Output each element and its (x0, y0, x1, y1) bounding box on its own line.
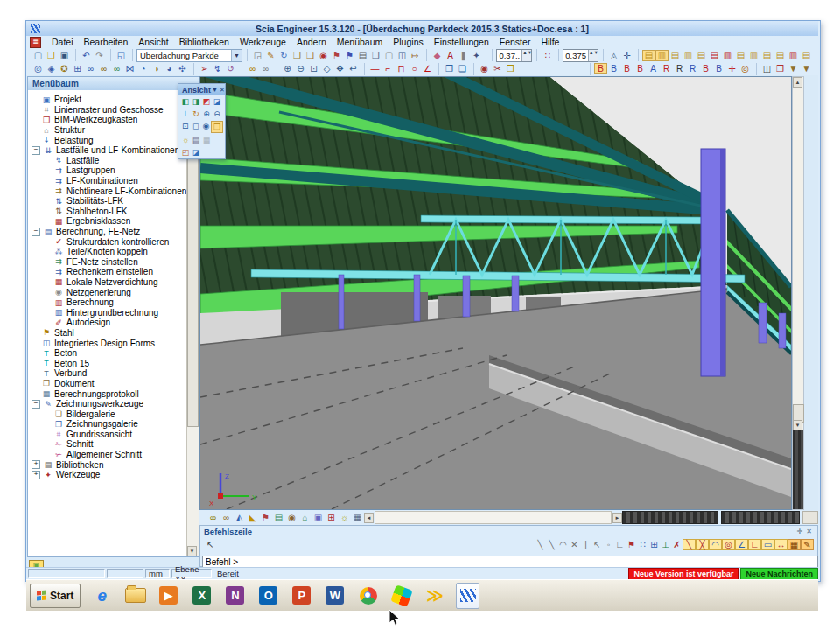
view-window-4-icon[interactable]: ▥ (682, 50, 695, 61)
cursor-flag-icon[interactable]: ⚑ (626, 539, 637, 550)
snap-arc-icon[interactable]: ◠ (557, 539, 569, 550)
tree-scrollbar-thumb[interactable] (187, 115, 199, 427)
angle-tool-icon[interactable]: ◬ (607, 50, 620, 61)
tree-item-autodesign[interactable]: ✐Autodesign (28, 318, 199, 328)
view-window-12-icon[interactable]: ▥ (787, 50, 800, 61)
tree-item-projekt[interactable]: ▣Projekt (28, 94, 199, 105)
collapse-icon[interactable]: − (32, 228, 40, 236)
check-plus-icon[interactable]: ✛ (725, 63, 738, 74)
undo-icon[interactable]: ↶ (80, 50, 93, 61)
tree-item-stabilitäts-lfk[interactable]: ⇅Stabilitäts-LFK (28, 196, 199, 206)
draw-angle-icon[interactable]: ∠ (421, 63, 434, 74)
tree-item-grundrissansicht[interactable]: ⌗Grundrissansicht (28, 430, 199, 440)
status-plane[interactable]: Ebene XY (172, 569, 212, 578)
taskbar-powerpoint[interactable]: P (290, 584, 313, 607)
zoom-out-icon[interactable]: ⊖ (294, 63, 307, 74)
tree-item-rechenkern-einstellen[interactable]: ⇉Rechenkern einstellen (28, 267, 199, 277)
tree-item-linienraster-und-geschosse[interactable]: ⌗Linienraster und Geschosse (28, 105, 199, 116)
light-toggle-icon[interactable]: ☼ (180, 135, 191, 145)
close-icon[interactable]: ✕ (219, 87, 226, 94)
zoom-selection-icon[interactable]: ◉ (201, 121, 212, 131)
font-style-icon[interactable]: A (444, 50, 457, 61)
results-gallery-icon[interactable]: ❐ (774, 63, 787, 74)
menu-plugins[interactable]: Plugins (388, 37, 428, 47)
view-window-2-icon[interactable]: ▥ (655, 50, 668, 61)
chevron-down-icon[interactable]: ▼ (231, 50, 242, 61)
taskbar-word[interactable]: W (323, 584, 346, 607)
view-dialog-icon[interactable]: ◪ (191, 147, 201, 158)
tree-item-berechnungsprotokoll[interactable]: ▦Berechnungsprotokoll (28, 388, 199, 399)
update-view-icon[interactable]: ↻ (277, 50, 290, 61)
check-a-icon[interactable]: A (647, 63, 660, 74)
tree-item-lastfälle[interactable]: ↯Lastfälle (28, 156, 199, 166)
snap-endpoint-icon[interactable]: ╲ (535, 539, 546, 550)
render-solid-icon[interactable]: ◩ (201, 96, 212, 107)
menu-werkzeuge[interactable]: Werkzeuge (234, 37, 291, 47)
osnap-line-icon[interactable]: ╲ (682, 539, 696, 550)
tree-item-zeichnungsgalerie[interactable]: ❐Zeichnungsgalerie (28, 419, 199, 430)
tree-item-berechnung[interactable]: ▥Berechnung (28, 298, 199, 308)
print-preview-icon[interactable]: ❒ (369, 50, 382, 61)
tree-item-strukturdaten-kontrollieren[interactable]: ✔Strukturdaten kontrollieren (28, 236, 199, 247)
new-version-badge[interactable]: Neue Version ist verfügbar (628, 568, 738, 580)
draw-frame-icon[interactable]: ⊓ (395, 63, 408, 74)
coordinate-tool-icon[interactable]: ✛ (620, 50, 634, 61)
visibility-eye-icon[interactable]: ◉ (478, 63, 491, 74)
check-b5-icon[interactable]: B (699, 63, 712, 74)
pin-icon[interactable]: ✛ (795, 528, 805, 536)
expand-icon[interactable]: + (32, 460, 40, 469)
tree-item-teile-knoten-koppeln[interactable]: ⁂Teile/Knoten koppeln (28, 247, 199, 257)
draw-line-icon[interactable]: — (368, 63, 382, 74)
check-b2-icon[interactable]: B (607, 63, 620, 74)
osnap-extend-icon[interactable]: ↔ (774, 539, 788, 550)
chevron-down-icon[interactable]: ▼ (211, 87, 219, 93)
menubaum-panel-header[interactable]: Menübaum (28, 77, 199, 90)
project-window-icon[interactable]: ◱ (115, 50, 128, 61)
osnap-perp-icon[interactable]: ∟ (748, 539, 761, 550)
taskbar-arrows-app[interactable]: ≫ (423, 584, 446, 607)
coordinate-system-icon[interactable]: ⊥ (180, 108, 191, 119)
tree-item-beton-15[interactable]: TBeton 15 (28, 358, 199, 368)
check-r1-icon[interactable]: R (660, 63, 673, 74)
taskbar-chrome[interactable] (356, 584, 380, 607)
view-window-10-icon[interactable]: ▤ (760, 50, 774, 61)
tree-item-bibliotheken[interactable]: +▤Bibliotheken (28, 459, 199, 470)
menu-ansicht[interactable]: Ansicht (133, 37, 173, 47)
table-view-icon[interactable]: ▦ (351, 512, 364, 523)
filter-cross-icon[interactable]: ⋈ (123, 63, 136, 74)
select-half-icon[interactable]: ◑ (150, 63, 163, 74)
tree-item-lastgruppen[interactable]: ⇉Lastgruppen (28, 165, 199, 176)
gallery-picture-icon[interactable]: ⚑ (330, 50, 343, 61)
document-save-icon[interactable]: ◫ (396, 50, 409, 61)
title-bar[interactable]: Scia Engineer 15.3.120 - [Überdachung Pa… (26, 21, 818, 36)
view-window-6-icon[interactable]: ▤ (708, 50, 721, 61)
link-members-icon[interactable]: ∞ (206, 512, 220, 523)
tree-item-lf-kombinationen[interactable]: ⇉LF-Kombinationen (28, 176, 199, 186)
select-node-icon[interactable]: ◎ (32, 63, 45, 74)
send-mail-icon[interactable]: ↦ (409, 50, 422, 61)
check-target-icon[interactable]: ◎ (738, 63, 752, 74)
open-drawing-icon[interactable]: ❒ (504, 63, 517, 74)
clipping-box-icon[interactable]: ◰ (180, 147, 191, 158)
collapse-icon[interactable]: − (32, 400, 40, 409)
osnap-arc-icon[interactable]: ◠ (709, 539, 722, 550)
copy-entity-icon[interactable]: ❐ (443, 63, 456, 74)
save-results-icon[interactable]: ◫ (760, 63, 774, 74)
menu-fenster[interactable]: Fenster (494, 37, 536, 47)
ortho-mode-icon[interactable]: ⊥ (660, 539, 671, 550)
taskbar-onenote[interactable]: N (223, 584, 247, 607)
scroll-down-icon[interactable]: ▼ (187, 546, 197, 556)
tree-item-bildergalerie[interactable]: ❏Bildergalerie (28, 409, 199, 419)
project-dropdown[interactable]: Überdachung Parkde ▼ (136, 49, 242, 62)
befehlszeile-header[interactable]: Befehlszeile ✛ ✕ (200, 526, 817, 537)
spinner-arrows-icon[interactable]: ▲▼ (522, 50, 531, 61)
select-member-icon[interactable]: ◈ (45, 63, 58, 74)
edit-properties-icon[interactable]: ✎ (264, 50, 277, 61)
gallery-document-icon[interactable]: ⚑ (343, 50, 356, 61)
scroll-down-icon[interactable]: ▼ (793, 420, 802, 430)
spinner-arrows-icon[interactable]: ▲▼ (588, 50, 598, 61)
tree-item-berechnung-fe-netz[interactable]: −▤Berechnung, FE-Netz (28, 227, 199, 237)
image-capture-icon[interactable]: ◉ (317, 50, 330, 61)
snap-vertical-icon[interactable]: | (580, 539, 592, 550)
tree-item-nichtlineare-lf-kombinationen[interactable]: ⇉Nichtlineare LF-Kombinationen (28, 186, 199, 196)
